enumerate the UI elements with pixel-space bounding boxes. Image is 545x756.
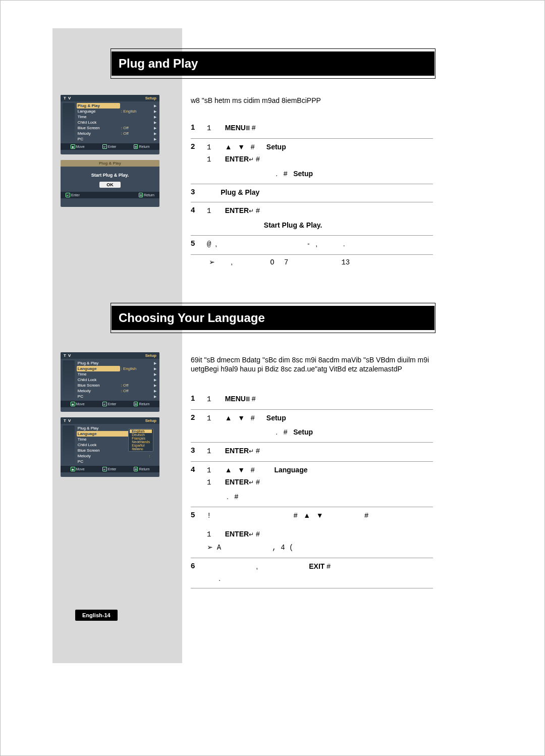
intro-text-1: w8 "sB hetm ms cidim m9ad 8iemBciPPP (191, 96, 433, 105)
osd-setup-plugplay: T VSetup Plug & Play▶Language: English▶T… (61, 95, 159, 154)
footnote-arrow-1: ➢ , O 7 13 (191, 255, 433, 271)
osd-language-dropdown: T VSetup Plug & PlayLanguage:TimeChild L… (61, 417, 159, 477)
osd-ok-button: OK (99, 182, 121, 188)
section-title-choosing-language: Choosing Your Language (112, 306, 434, 330)
osd-plugplay-dialog: Plug & Play Start Plug & Play. OK ↵Enter… (61, 160, 159, 207)
steps-plug-and-play: 1 1 MENUⅢ # 2 1 ▲ ▼ # Setup 1 ENTER↵ # .… (191, 120, 433, 271)
page-number: English-14 (75, 610, 118, 621)
intro-text-2: 69it "sB dmecm Bdatg "sBc dim 8sc m9i 8a… (191, 355, 438, 373)
section-title-plug-and-play: Plug and Play (112, 51, 434, 76)
steps-choosing-language: 1 1 MENUⅢ # 2 1 ▲ ▼ # Setup . # Setup 3 … (191, 391, 433, 588)
osd-setup-language: T VSetup Plug & Play▶Language: English▶T… (61, 352, 159, 412)
page: Plug and Play T VSetup Plug & Play▶Langu… (0, 0, 545, 756)
